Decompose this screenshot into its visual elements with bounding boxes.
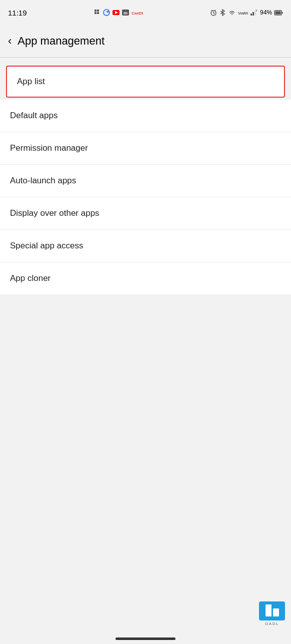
menu-list: App list Default apps Permission manager… (0, 62, 291, 294)
page-title: App management (18, 35, 104, 48)
menu-item-permission-manager-label: Permission manager (10, 143, 88, 153)
status-app-icons: m CanDEX (94, 9, 143, 16)
menu-item-permission-manager[interactable]: Permission manager (0, 132, 291, 165)
menu-item-app-cloner[interactable]: App cloner (0, 262, 291, 294)
battery-icon (274, 9, 283, 16)
battery-percent: 94% (260, 9, 272, 16)
svg-rect-1 (97, 10, 99, 12)
signal-icon: x (250, 9, 258, 16)
candex-icon: CanDEX (131, 9, 143, 16)
watermark-label: GADL (265, 621, 279, 626)
header: ‹ App management (0, 25, 291, 57)
menu-item-display-over-other-apps-label: Display over other apps (10, 208, 100, 218)
menu-item-auto-launch-apps[interactable]: Auto-launch apps (0, 165, 291, 197)
watermark-col1 (266, 604, 272, 616)
status-right-icons: Vo WiFi x 94% (210, 9, 283, 16)
wifi-icon (228, 9, 236, 16)
vowifi-icon: Vo WiFi (238, 9, 248, 16)
svg-rect-24 (275, 12, 280, 15)
status-time: 11:19 (8, 9, 27, 17)
status-bar: 11:19 m CanDEX (0, 0, 291, 25)
home-indicator (116, 637, 176, 640)
svg-rect-23 (282, 12, 282, 14)
watermark: GADL (259, 601, 285, 626)
youtube-icon (112, 9, 120, 16)
svg-line-13 (214, 13, 214, 14)
menu-item-app-list-label: App list (17, 77, 45, 86)
google-icon (102, 9, 110, 16)
svg-text:CanDEX: CanDEX (132, 11, 143, 16)
svg-rect-18 (250, 14, 252, 16)
menu-item-auto-launch-apps-label: Auto-launch apps (10, 176, 76, 185)
svg-rect-3 (97, 12, 99, 14)
svg-text:x: x (256, 9, 258, 12)
header-divider (0, 57, 291, 58)
svg-rect-19 (252, 12, 254, 16)
menu-item-default-apps[interactable]: Default apps (0, 100, 291, 132)
menu-item-default-apps-label: Default apps (10, 111, 58, 120)
bluetooth-icon (219, 9, 226, 16)
watermark-logo-inner (266, 604, 279, 618)
menu-item-app-cloner-label: App cloner (10, 273, 50, 283)
svg-rect-0 (94, 10, 96, 12)
svg-text:m: m (124, 11, 128, 16)
menu-item-special-app-access-label: Special app access (10, 241, 83, 250)
m-icon: m (122, 9, 130, 16)
watermark-col2 (273, 608, 279, 616)
menu-item-display-over-other-apps[interactable]: Display over other apps (0, 197, 291, 230)
menu-item-app-list[interactable]: App list (6, 66, 285, 98)
watermark-logo-box (259, 601, 285, 620)
svg-rect-2 (94, 12, 96, 14)
svg-rect-5 (106, 11, 109, 13)
menu-item-special-app-access[interactable]: Special app access (0, 230, 291, 262)
svg-text:WiFi: WiFi (242, 11, 248, 16)
back-button[interactable]: ‹ (8, 35, 12, 48)
grid-icon (94, 9, 101, 16)
alarm-icon (210, 9, 217, 16)
